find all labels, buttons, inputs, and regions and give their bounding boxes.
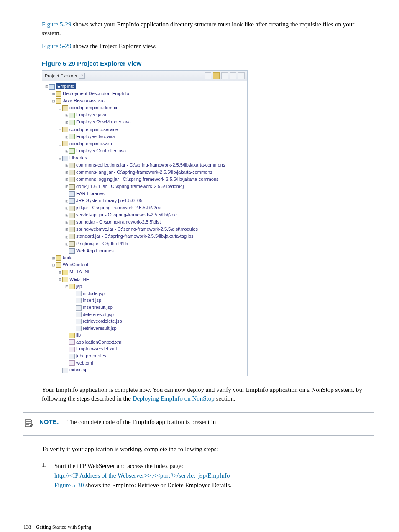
tree-node[interactable]: include.jsp [43, 290, 246, 297]
figure-ref-link[interactable]: Figure 5-30 [54, 482, 84, 488]
tree-node-label: Libraries [69, 155, 87, 160]
expand-icon[interactable]: ⊞ [65, 198, 69, 204]
tree-node[interactable]: jdbc.properties [43, 352, 246, 360]
tree-node[interactable]: retrieveordelete.jsp [43, 318, 246, 325]
tree-node[interactable]: ⊞JRE System Library [jre1.5.0_05] [43, 197, 246, 204]
collapse-icon[interactable]: ⊟ [45, 84, 49, 90]
step-1-url[interactable]: http://<IP Address of the Webserver>>:<<… [54, 472, 230, 479]
collapse-icon[interactable]: ⊟ [58, 127, 62, 133]
tree-node[interactable]: ⊟com.hp.empinfo.domain [43, 104, 246, 111]
tree-node[interactable]: ⊟Libraries [43, 154, 246, 162]
expand-icon[interactable]: ⊞ [65, 184, 69, 190]
close-icon[interactable]: × [79, 73, 85, 79]
tree-node[interactable]: ⊞EmployeeController.java [43, 147, 246, 154]
expand-icon[interactable]: ⊞ [65, 134, 69, 140]
expand-icon[interactable]: ⊞ [65, 219, 69, 225]
tree-node-label: web.xml [76, 360, 93, 365]
tree-node-label: deleteresult.jsp [83, 312, 114, 317]
tree-node[interactable]: insert.jsp [43, 297, 246, 304]
expand-icon[interactable]: ⊞ [51, 91, 56, 97]
tree-node-label: build [63, 255, 72, 260]
expand-icon[interactable]: ⊞ [65, 226, 69, 232]
tree-node-label: retrieveresult.jsp [83, 326, 117, 331]
collapse-icon[interactable]: ⊟ [51, 262, 56, 268]
tree-node[interactable]: ⊟WEB-INF [43, 276, 246, 283]
collapse-icon[interactable]: ⊟ [58, 105, 62, 111]
expand-icon[interactable]: ⊞ [65, 120, 69, 126]
tree-node-label: EmployeeDao.java [76, 134, 115, 139]
collapse-icon[interactable]: ⊟ [58, 155, 62, 161]
tree-node[interactable]: ⊞META-INF [43, 268, 246, 275]
figure-ref-link[interactable]: Figure 5-29 [42, 43, 71, 49]
expand-icon[interactable]: ⊞ [51, 255, 56, 261]
figure-ref-link[interactable]: Figure 5-29 [42, 21, 71, 28]
tree-node[interactable]: Web App Libraries [43, 247, 246, 254]
expand-icon[interactable]: ⊞ [58, 270, 62, 275]
expand-icon[interactable]: ⊞ [65, 241, 69, 247]
tree-node[interactable]: ⊞Deployment Descriptor: EmpInfo [43, 90, 246, 97]
step-1-text-b: shows the EmpInfo: Retrieve or Delete Em… [84, 482, 231, 488]
tree-node-label: Deployment Descriptor: EmpInfo [63, 91, 129, 96]
tree-node[interactable]: ⊞commons-collections.jar - C:\spring-fra… [43, 162, 246, 169]
tree-node[interactable]: ⊟WebContent [43, 261, 246, 268]
expand-icon[interactable]: ⊞ [65, 234, 69, 240]
tree-node[interactable]: ⊞commons-lang.jar - C:\spring-framework-… [43, 169, 246, 176]
tree-node[interactable]: retrieveresult.jsp [43, 325, 246, 332]
explorer-title: Project Explorer [45, 73, 77, 78]
maximize-icon[interactable] [238, 72, 245, 79]
tree-node[interactable]: ⊞dom4j-1.6.1.jar - C:\spring-framework-2… [43, 183, 246, 190]
tree-node[interactable]: ⊞EmployeeDao.java [43, 133, 246, 140]
tree-node[interactable]: ⊞build [43, 254, 246, 261]
tree-node[interactable]: deleteresult.jsp [43, 311, 246, 318]
tree-node[interactable]: insertresult.jsp [43, 304, 246, 311]
tree-node[interactable]: web.xml [43, 360, 246, 367]
tree-node[interactable]: ⊞jstl.jar - C:\spring-framework-2.5.5\li… [43, 204, 246, 211]
tree-node[interactable]: applicationContext.xml [43, 339, 246, 346]
tree-node[interactable]: ⊞t4sqlmx.jar - C:\jdbcT4\lib [43, 240, 246, 247]
tree-node[interactable]: ⊟Java Resources: src [43, 97, 246, 104]
steps-list: 1. Start the iTP WebServer and access th… [42, 461, 374, 491]
collapse-icon[interactable]: ⊟ [51, 98, 56, 104]
minimize-icon[interactable] [230, 72, 236, 79]
expand-icon[interactable]: ⊞ [65, 212, 69, 218]
paragraph-2-text: shows the Project Explorer View. [71, 43, 156, 49]
jar-icon [69, 170, 75, 175]
xml-icon [69, 347, 75, 352]
tree-node[interactable]: ⊟EmpInfo [43, 83, 246, 90]
expand-icon[interactable]: ⊞ [65, 148, 69, 154]
link-editor-icon[interactable] [213, 72, 220, 79]
deploy-link[interactable]: Deploying EmpInfo on NonStop [133, 395, 215, 402]
expand-icon[interactable]: ⊞ [65, 177, 69, 182]
view-menu-icon[interactable] [221, 72, 228, 79]
tree-node[interactable]: ⊞spring.jar - C:\spring-framework-2.5.5\… [43, 218, 246, 226]
tree-node[interactable]: ⊟jsp [43, 283, 246, 290]
figure-caption: Figure 5-29 Project Explorer View [42, 60, 374, 67]
tree-node-label: index.jsp [69, 367, 87, 372]
collapse-icon[interactable]: ⊟ [58, 141, 62, 147]
lib-icon [69, 198, 75, 204]
tree-node[interactable]: EAR Libraries [43, 190, 246, 197]
collapse-icon[interactable]: ⊟ [58, 277, 62, 283]
tree-node[interactable]: ⊞Employee.java [43, 111, 246, 118]
expand-icon[interactable]: ⊞ [65, 170, 69, 175]
expand-icon[interactable]: ⊞ [65, 112, 69, 118]
tree-node[interactable]: ⊞spring-webmvc.jar - C:\spring-framework… [43, 226, 246, 233]
collapse-icon[interactable]: ⊟ [65, 284, 69, 290]
expand-icon[interactable]: ⊞ [65, 205, 69, 211]
tree-node[interactable]: lib [43, 332, 246, 339]
tree-node[interactable]: EmpInfo-servlet.xml [43, 345, 246, 352]
tree-node[interactable]: ⊞servlet-api.jar - C:\spring-framework-2… [43, 211, 246, 218]
tree-node[interactable]: ⊞commons-logging.jar - C:\spring-framewo… [43, 176, 246, 183]
expand-icon[interactable]: ⊞ [65, 162, 69, 168]
tree-node[interactable]: ⊞EmployeeRowMapper.java [43, 118, 246, 126]
tree-node-label: Employee.java [76, 112, 106, 117]
tree-node[interactable]: index.jsp [43, 366, 246, 373]
folder-open-icon [56, 262, 61, 268]
folder-icon [56, 91, 61, 97]
tree-node[interactable]: ⊟com.hp.empinfo.web [43, 140, 246, 147]
collapse-all-icon[interactable] [205, 72, 211, 79]
tree-node[interactable]: ⊟com.hp.empinfo.service [43, 126, 246, 133]
paragraph-3-text-b: section. [215, 395, 235, 402]
tree-node[interactable]: ⊞standard.jar - C:\spring-framework-2.5.… [43, 233, 246, 240]
tree-node-label: servlet-api.jar - C:\spring-framework-2.… [76, 212, 177, 217]
